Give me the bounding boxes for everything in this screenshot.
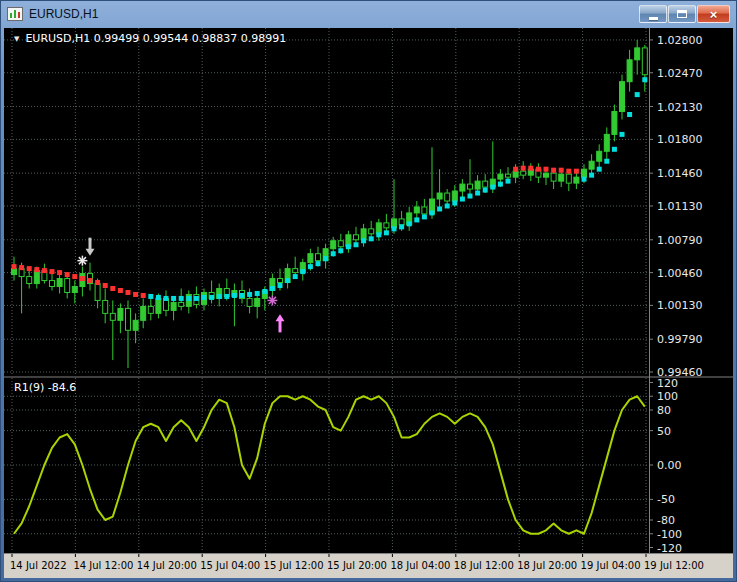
trend-dot — [255, 291, 260, 296]
price-axis-label[interactable]: 1.02130 — [657, 101, 703, 114]
time-axis-label[interactable]: 19 Jul 12:00 — [644, 560, 704, 571]
minimize-icon — [649, 17, 658, 20]
candle-body — [551, 173, 556, 181]
trend-dot — [498, 182, 503, 187]
candle-body — [293, 269, 298, 273]
price-axis-label[interactable]: 1.01130 — [657, 200, 703, 213]
trend-dot — [414, 217, 419, 222]
price-axis-label[interactable]: 1.01800 — [657, 133, 703, 146]
trend-dot — [582, 177, 587, 182]
window-controls: × — [639, 5, 730, 23]
candle-body — [72, 287, 77, 293]
candle-body — [156, 298, 161, 313]
indicator-axis-label[interactable]: -120 — [657, 542, 682, 555]
window-titlebar[interactable]: EURUSD,H1 × — [0, 0, 737, 28]
trend-dot — [34, 267, 39, 272]
candle-body — [255, 298, 260, 306]
trend-dot — [574, 169, 579, 174]
maximize-button[interactable] — [668, 5, 696, 23]
trend-dot — [452, 200, 457, 205]
trend-dot — [110, 286, 115, 291]
time-axis-label[interactable]: 15 Jul 20:00 — [327, 560, 387, 571]
price-axis-label[interactable]: 1.02800 — [657, 34, 703, 47]
candle-body — [95, 284, 100, 301]
candle-body — [376, 223, 381, 234]
trend-dot — [483, 188, 488, 193]
trend-dot — [604, 159, 609, 164]
trend-dot — [544, 167, 549, 172]
candle-body — [627, 60, 632, 82]
indicator-axis-label[interactable]: 50 — [657, 425, 671, 438]
price-axis-label[interactable]: 0.99790 — [657, 333, 703, 346]
price-axis-label[interactable]: 1.00790 — [657, 234, 703, 247]
candle-body — [445, 193, 450, 201]
trend-dot — [437, 206, 442, 211]
indicator-axis-label[interactable]: 100 — [657, 390, 678, 403]
candle-body — [475, 181, 480, 189]
candle-body — [597, 151, 602, 161]
price-axis-label[interactable]: 1.00130 — [657, 299, 703, 312]
ohlc-text: EURUSD,H1 0.99499 0.99544 0.98837 0.9899… — [25, 32, 286, 45]
price-axis-label[interactable]: 1.01460 — [657, 167, 703, 180]
price-axis-label[interactable]: 1.02470 — [657, 67, 703, 80]
price-axis-label[interactable]: 1.00460 — [657, 267, 703, 280]
trend-dot — [642, 77, 647, 82]
time-axis-label[interactable]: 14 Jul 12:00 — [73, 560, 133, 571]
trend-dot — [468, 194, 473, 199]
close-button[interactable]: × — [697, 5, 730, 23]
indicator-axis-label[interactable]: -80 — [657, 514, 675, 527]
candle-body — [574, 177, 579, 183]
trend-dot — [270, 286, 275, 291]
one-click-collapse-icon[interactable]: ▼ — [14, 35, 19, 43]
indicator-axis-label[interactable]: 120 — [657, 377, 678, 390]
trend-dot — [72, 274, 77, 279]
trend-dot — [308, 264, 313, 269]
candle-body — [338, 241, 343, 247]
time-axis-label[interactable]: 18 Jul 04:00 — [390, 560, 450, 571]
candle-body — [483, 181, 488, 187]
chart-app-icon[interactable] — [7, 7, 23, 21]
trend-dot — [506, 179, 511, 184]
indicator-axis-label[interactable]: 0.00 — [657, 459, 682, 472]
trend-dot — [430, 210, 435, 215]
candle-body — [65, 279, 70, 293]
trend-dot — [369, 236, 374, 241]
time-axis-label[interactable]: 14 Jul 20:00 — [137, 560, 197, 571]
candle-body — [354, 235, 359, 240]
candle-body — [103, 300, 108, 313]
candle-body — [604, 134, 609, 151]
trend-dot — [285, 278, 290, 283]
indicator-axis-label[interactable]: -100 — [657, 528, 682, 541]
candle-body — [34, 271, 39, 284]
trend-dot — [19, 265, 24, 270]
trend-dot — [141, 293, 146, 298]
chart-app-icon-image — [7, 7, 23, 21]
candle-body — [118, 308, 123, 320]
trend-dot — [293, 274, 298, 279]
time-axis-label[interactable]: 18 Jul 12:00 — [454, 560, 514, 571]
chart-canvas[interactable]: 1.028001.024701.021301.018001.014601.011… — [4, 28, 733, 578]
trend-dot — [217, 294, 222, 299]
candle-body — [133, 320, 138, 330]
time-axis-label[interactable]: 19 Jul 04:00 — [581, 560, 641, 571]
trend-dot — [422, 214, 427, 219]
trend-dot — [65, 272, 70, 277]
candle-body — [544, 173, 549, 177]
candle-body — [414, 207, 419, 213]
time-axis-label[interactable]: 15 Jul 04:00 — [200, 560, 260, 571]
trend-dot — [635, 92, 640, 97]
trend-dot — [186, 296, 191, 301]
minimize-button[interactable] — [639, 5, 667, 23]
indicator-axis-label[interactable]: -50 — [657, 493, 675, 506]
candle-body — [57, 279, 62, 287]
trend-dot — [148, 294, 153, 299]
candle-body — [171, 302, 176, 310]
trend-dot — [316, 261, 321, 266]
time-axis-label[interactable]: 15 Jul 12:00 — [264, 560, 324, 571]
candle-body — [635, 48, 640, 60]
trend-dot — [240, 293, 245, 298]
indicator-axis-label[interactable]: 80 — [657, 404, 671, 417]
trend-dot — [346, 244, 351, 249]
time-axis-label[interactable]: 14 Jul 2022 — [10, 560, 67, 571]
time-axis-label[interactable]: 18 Jul 20:00 — [517, 560, 577, 571]
